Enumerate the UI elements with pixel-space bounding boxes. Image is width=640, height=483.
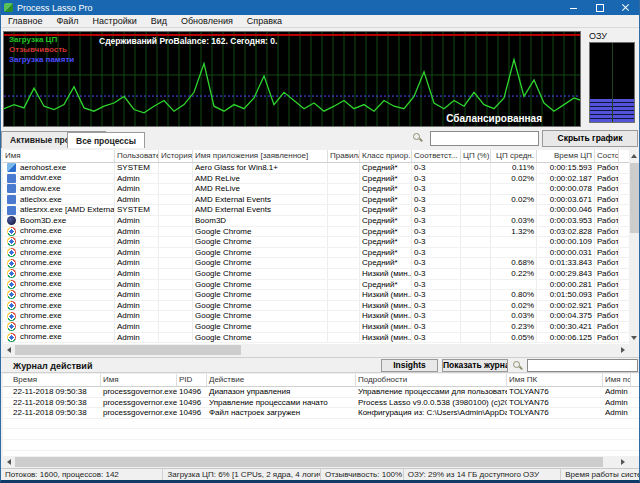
- log-column-pid[interactable]: PID: [177, 374, 207, 386]
- scroll-down-icon[interactable]: [631, 336, 637, 340]
- column-header-cpu-avg[interactable]: ЦП средн.: [491, 150, 537, 162]
- scroll-right-icon[interactable]: [621, 347, 625, 353]
- cell-cpu: [461, 195, 491, 205]
- cell-pc: TOLYAN76: [507, 387, 603, 396]
- table-row[interactable]: chrome.exe Admin Google Chrome Средний* …: [3, 227, 629, 238]
- scroll-left-icon[interactable]: [7, 459, 11, 465]
- cell-name: aerohost.exe: [3, 163, 115, 173]
- log-column-pc[interactable]: Имя ПК: [507, 374, 603, 386]
- process-icon: [7, 333, 16, 342]
- cell-state: Работает: [595, 301, 619, 311]
- cell-cpu-time: 0:00:00.031: [537, 248, 595, 258]
- log-table-header[interactable]: Время Имя PID Действие Подробности Имя П…: [3, 374, 640, 387]
- cell-time: 22-11-2018 09:50:38: [3, 387, 101, 396]
- cell-cpu: [461, 269, 491, 279]
- column-header-history[interactable]: История сдер...: [159, 150, 193, 162]
- column-header-user[interactable]: Пользователь: [115, 150, 159, 162]
- log-column-action[interactable]: Действие: [207, 374, 356, 386]
- vertical-scrollbar[interactable]: [629, 150, 640, 344]
- process-table-header[interactable]: Имя Пользователь История сдер... Имя при…: [3, 150, 629, 163]
- table-row[interactable]: atiesrxx.exe [AMD External Even... SYSTE…: [3, 205, 629, 216]
- log-column-time[interactable]: Время: [3, 374, 101, 386]
- tab-bar: Все процессыАктивные процессы Скрыть гра…: [1, 130, 639, 148]
- show-log-button[interactable]: Показать журнал: [442, 359, 508, 372]
- cell-user: Admin: [603, 387, 631, 396]
- cell-rules: [328, 269, 360, 279]
- cell-cpu-time: 0:00:03.671: [537, 195, 595, 205]
- scroll-left-icon[interactable]: [7, 347, 11, 353]
- cell-cpu: [461, 322, 491, 332]
- menu-item[interactable]: Главное: [1, 16, 49, 26]
- insights-button[interactable]: Insights: [381, 359, 438, 372]
- column-header-state[interactable]: Состоян: [595, 150, 619, 162]
- log-row[interactable]: 22-11-2018 09:50:38 processgovernor.exe …: [3, 398, 640, 409]
- cell-priority: Средний*: [360, 216, 412, 226]
- menu-item[interactable]: Настройки: [86, 16, 144, 26]
- scrollbar-thumb[interactable]: [15, 457, 603, 467]
- table-row[interactable]: aerohost.exe SYSTEM Aero Glass for Win8.…: [3, 163, 629, 174]
- cell-user: Admin: [603, 408, 631, 417]
- menu-item[interactable]: Файл: [49, 16, 85, 26]
- cell-history: [159, 195, 193, 205]
- table-row[interactable]: atieclxx.exe Admin AMD External Events С…: [3, 195, 629, 206]
- column-header-name[interactable]: Имя: [3, 150, 115, 162]
- table-row[interactable]: amdow.exe Admin AMD ReLive Средний* 0-3 …: [3, 184, 629, 195]
- cell-user: SYSTEM: [115, 163, 159, 173]
- log-horizontal-scrollbar[interactable]: [3, 456, 629, 468]
- column-header-affinity[interactable]: Соответст...: [412, 150, 461, 162]
- table-row[interactable]: chrome.exe Admin Google Chrome Средний* …: [3, 237, 629, 248]
- action-log-title: Журнал действий: [13, 361, 92, 371]
- log-row[interactable]: 22-11-2018 09:50:38 processgovernor.exe …: [3, 387, 640, 398]
- log-column-details[interactable]: Подробности: [356, 374, 507, 386]
- cell-name: processgovernor.exe: [101, 398, 177, 407]
- table-row[interactable]: chrome.exe Admin Google Chrome Низкий (м…: [3, 301, 629, 312]
- hide-graph-button[interactable]: Скрыть график: [542, 130, 638, 147]
- table-row[interactable]: Boom3D.exe Admin Boom3D Средний* 0-3 0.0…: [3, 216, 629, 227]
- scroll-up-icon[interactable]: [631, 154, 637, 158]
- close-icon[interactable]: [613, 0, 639, 15]
- table-row[interactable]: chrome.exe Admin Google Chrome Низкий (м…: [3, 333, 629, 344]
- menu-item[interactable]: Справка: [240, 16, 289, 26]
- table-row[interactable]: chrome.exe Admin Google Chrome Средний* …: [3, 248, 629, 259]
- ram-meter-divider: [612, 43, 613, 122]
- log-column-name[interactable]: Имя: [101, 374, 177, 386]
- column-header-cpu-time[interactable]: Время ЦП: [537, 150, 595, 162]
- cell-state: Работает: [595, 269, 619, 279]
- table-row[interactable]: chrome.exe Admin Google Chrome Средний* …: [3, 280, 629, 291]
- process-tab[interactable]: Все процессы: [67, 132, 145, 148]
- cell-affinity: 0-3: [412, 184, 461, 194]
- column-header-app[interactable]: Имя приложения [заявленное]: [193, 150, 328, 162]
- menu-item[interactable]: Вид: [144, 16, 174, 26]
- cell-app: Google Chrome: [193, 248, 328, 258]
- column-header-cpu[interactable]: ЦП (%): [461, 150, 491, 162]
- cell-app: Google Chrome: [193, 258, 328, 268]
- scrollbar-thumb[interactable]: [630, 163, 639, 233]
- table-row[interactable]: chrome.exe Admin Google Chrome Низкий (м…: [3, 311, 629, 322]
- cell-details: Управление процессами для пользователей:…: [356, 387, 507, 396]
- process-icon: [7, 216, 16, 225]
- scrollbar-thumb[interactable]: [15, 345, 241, 355]
- cell-cpu-avg: 0.23%: [491, 322, 537, 332]
- process-icon: [7, 290, 16, 299]
- column-header-rules[interactable]: Правила: [328, 150, 360, 162]
- title-bar[interactable]: Process Lasso Pro: [1, 0, 639, 15]
- cell-history: [159, 290, 193, 300]
- cell-state: Работает: [595, 333, 619, 343]
- cell-rules: [328, 290, 360, 300]
- log-search-input[interactable]: [527, 359, 638, 372]
- cell-priority: Низкий (мин...: [360, 301, 412, 311]
- table-row[interactable]: chrome.exe Admin Google Chrome Низкий (м…: [3, 322, 629, 333]
- log-row[interactable]: 22-11-2018 09:50:38 processgovernor.exe …: [3, 408, 640, 419]
- menu-item[interactable]: Обновления: [174, 16, 240, 26]
- minimize-icon[interactable]: [561, 0, 587, 15]
- scroll-right-icon[interactable]: [621, 459, 625, 465]
- table-row[interactable]: chrome.exe Admin Google Chrome Низкий (м…: [3, 269, 629, 280]
- table-row[interactable]: amddvr.exe Admin AMD ReLive Средний* 0-3…: [3, 174, 629, 185]
- process-search-input[interactable]: [430, 131, 539, 146]
- table-row[interactable]: chrome.exe Admin Google Chrome Низкий (м…: [3, 290, 629, 301]
- maximize-icon[interactable]: [587, 0, 613, 15]
- column-header-priority[interactable]: Класс приор...: [360, 150, 412, 162]
- log-column-user[interactable]: Имя пол...: [603, 374, 631, 386]
- table-row[interactable]: chrome.exe Admin Google Chrome Средний* …: [3, 258, 629, 269]
- horizontal-scrollbar[interactable]: [3, 344, 629, 356]
